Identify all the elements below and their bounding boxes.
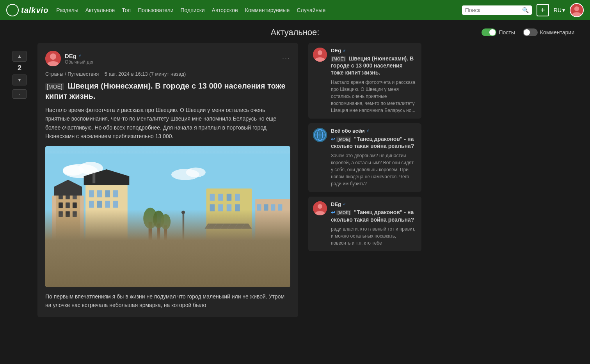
svg-rect-31 bbox=[105, 201, 110, 208]
svg-point-36 bbox=[143, 208, 157, 229]
more-options-button[interactable]: ··· bbox=[282, 55, 290, 63]
svg-rect-57 bbox=[257, 204, 261, 210]
svg-rect-34 bbox=[92, 172, 95, 183]
svg-rect-72 bbox=[200, 245, 202, 249]
svg-rect-75 bbox=[45, 257, 290, 262]
upvote-button[interactable]: ▲ bbox=[12, 51, 27, 62]
sidebar-excerpt-3: ради власти, кто главный тот и правит, и… bbox=[331, 226, 417, 247]
post-card: DEg ♂ Обычный дег ··· Страны / Путешеств… bbox=[37, 43, 298, 317]
svg-rect-35 bbox=[149, 222, 152, 243]
lang-arrow: ▾ bbox=[562, 7, 565, 13]
center-content: DEg ♂ Обычный дег ··· Страны / Путешеств… bbox=[31, 43, 304, 317]
sidebar-title-2[interactable]: ↩[МОЁ] "Танец драконов" - на сколько так… bbox=[331, 135, 417, 150]
user-avatar[interactable] bbox=[570, 3, 584, 17]
nav-top[interactable]: Топ bbox=[122, 7, 131, 13]
posts-toggle-label: Посты bbox=[499, 29, 515, 36]
nav-kommentiruemye[interactable]: Комментируемые bbox=[245, 7, 290, 13]
svg-line-45 bbox=[227, 224, 231, 229]
sidebar-gender-1: ♂ bbox=[343, 48, 346, 53]
svg-point-65 bbox=[112, 255, 118, 260]
svg-rect-63 bbox=[110, 246, 133, 257]
sidebar-author-3: DEg ♂ bbox=[331, 201, 417, 207]
post-date: 5 авг. 2024 в 16:13 (7 минут назад) bbox=[105, 71, 186, 77]
vote-count: 2 bbox=[18, 64, 21, 72]
sidebar-title-1[interactable]: [МОЁ] Швеция (Нюнесхамн). В городе с 13 … bbox=[331, 55, 417, 76]
svg-rect-52 bbox=[210, 204, 215, 211]
sidebar-my-tag-2: [МОЁ] bbox=[336, 137, 351, 142]
svg-rect-59 bbox=[271, 204, 275, 210]
downvote-button[interactable]: ▼ bbox=[12, 75, 27, 85]
author-name: DEg ♂ bbox=[65, 53, 94, 59]
logo[interactable]: talkvio bbox=[6, 4, 48, 16]
svg-rect-64 bbox=[112, 243, 130, 249]
svg-rect-32 bbox=[113, 201, 118, 208]
sidebar-avatar-1 bbox=[313, 48, 327, 62]
search-box[interactable]: 🔍 bbox=[462, 5, 532, 15]
svg-rect-27 bbox=[105, 190, 110, 197]
add-button[interactable]: + bbox=[537, 4, 549, 16]
svg-point-73 bbox=[204, 242, 208, 245]
sidebar-post-content-2: Всё обо всём ♂ ↩[МОЁ] "Танец драконов" -… bbox=[331, 128, 417, 187]
svg-point-7 bbox=[63, 165, 84, 176]
svg-point-77 bbox=[318, 50, 322, 55]
search-icon: 🔍 bbox=[522, 7, 529, 13]
left-sidebar: ▲ 2 ▼ - bbox=[8, 43, 31, 317]
post-my-tag: [МОЁ] bbox=[45, 83, 64, 90]
nav-sluchajnye[interactable]: Случайные bbox=[297, 7, 325, 13]
posts-toggle-item: Посты bbox=[482, 28, 515, 36]
post-title-main: Швеция (Нюнесхамн). В городе с 13 000 на… bbox=[45, 82, 286, 100]
logo-text: talkvio bbox=[21, 6, 48, 15]
svg-line-44 bbox=[220, 224, 224, 229]
nav-podpiski[interactable]: Подписки bbox=[181, 7, 205, 13]
post-category[interactable]: Страны / Путешествия bbox=[45, 71, 99, 77]
svg-rect-48 bbox=[210, 194, 215, 201]
svg-point-67 bbox=[126, 255, 132, 260]
sidebar-my-tag-3: [МОЁ] bbox=[336, 210, 351, 215]
svg-rect-10 bbox=[45, 241, 290, 279]
comments-toggle-label: Комментарии bbox=[540, 29, 574, 36]
sidebar-title-3[interactable]: ↩[МОЁ] "Танец драконов" - на сколько так… bbox=[331, 209, 417, 223]
sidebar-avatar-2 bbox=[313, 128, 327, 142]
svg-point-84 bbox=[318, 204, 322, 209]
svg-point-1 bbox=[574, 6, 579, 11]
svg-point-66 bbox=[114, 256, 117, 259]
svg-rect-37 bbox=[157, 224, 160, 243]
svg-point-71 bbox=[199, 241, 203, 245]
sidebar-author-1: DEg ♂ bbox=[331, 48, 417, 53]
page-title: Актуальное: bbox=[271, 27, 320, 37]
svg-rect-30 bbox=[97, 201, 102, 208]
svg-line-43 bbox=[213, 224, 217, 229]
posts-toggle[interactable] bbox=[482, 28, 496, 36]
svg-rect-74 bbox=[205, 245, 207, 250]
svg-rect-26 bbox=[97, 190, 102, 197]
vote-minus-button[interactable]: - bbox=[12, 89, 27, 99]
svg-rect-19 bbox=[73, 202, 77, 208]
comments-toggle-knob bbox=[524, 29, 530, 36]
logo-icon bbox=[6, 4, 19, 16]
svg-rect-22 bbox=[73, 211, 77, 217]
svg-rect-61 bbox=[183, 213, 184, 243]
svg-rect-51 bbox=[235, 194, 240, 201]
main-nav: Разделы Актуальное Топ Пользователи Подп… bbox=[56, 7, 454, 13]
nav-polzovateli[interactable]: Пользователи bbox=[138, 7, 173, 13]
author-gender-icon: ♂ bbox=[78, 53, 82, 59]
svg-rect-17 bbox=[59, 202, 63, 208]
comments-toggle-item: Комментарии bbox=[523, 28, 574, 36]
nav-avtorskoe[interactable]: Авторское bbox=[212, 7, 238, 13]
language-button[interactable]: RU ▾ bbox=[554, 7, 565, 13]
nav-razdelы[interactable]: Разделы bbox=[56, 7, 78, 13]
sidebar-avatar-3 bbox=[313, 201, 327, 215]
svg-rect-50 bbox=[227, 194, 232, 201]
svg-rect-13 bbox=[56, 188, 80, 265]
page-title-area: Актуальное: Посты Комментарии bbox=[0, 20, 590, 43]
right-sidebar: DEg ♂ [МОЁ] Швеция (Нюнесхамн). В городе… bbox=[304, 43, 421, 317]
author-avatar[interactable] bbox=[45, 51, 61, 66]
comments-toggle[interactable] bbox=[523, 28, 538, 36]
lang-label: RU bbox=[554, 7, 562, 13]
svg-point-62 bbox=[181, 210, 185, 214]
nav-aktualnoe[interactable]: Актуальное bbox=[85, 7, 115, 13]
sidebar-post-content-3: DEg ♂ ↩[МОЁ] "Танец драконов" - на сколь… bbox=[331, 201, 417, 247]
sidebar-post-1: DEg ♂ [МОЁ] Швеция (Нюнесхамн). В городе… bbox=[308, 43, 421, 119]
search-input[interactable] bbox=[465, 7, 520, 13]
sidebar-reply-icon-3: ↩ bbox=[331, 210, 335, 215]
